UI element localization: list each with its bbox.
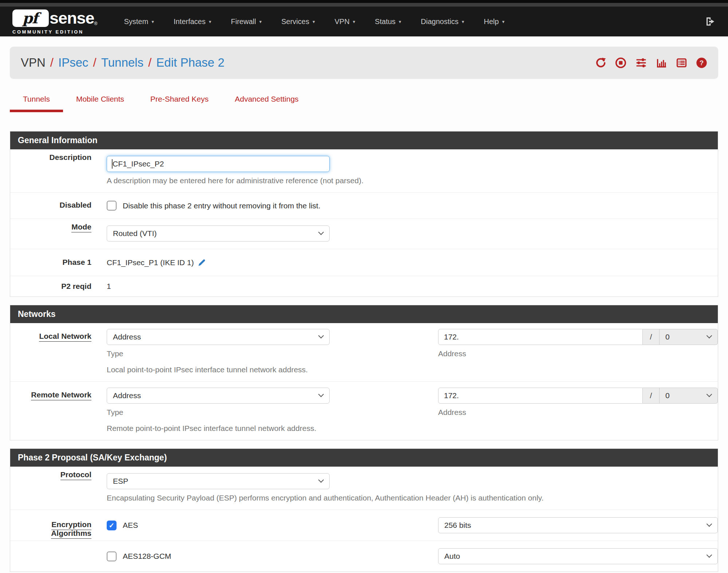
protocol-label: Protocol <box>60 470 91 480</box>
encryption-algorithms-label: Encryption Algorithms <box>51 520 91 539</box>
chevron-down-icon <box>318 333 324 339</box>
row-phase1: Phase 1 CF1_IPsec_P1 (IKE ID 1) <box>10 249 718 276</box>
aes128-gcm-checkbox[interactable] <box>107 552 117 561</box>
row-encryption-aes128gcm: AES128-GCM Auto <box>10 541 718 572</box>
breadcrumb: VPN / IPsec / Tunnels / Edit Phase 2 <box>21 56 224 70</box>
pf-logo-text: pf <box>22 9 39 27</box>
page-tabs: Tunnels Mobile Clients Pre-Shared Keys A… <box>10 95 718 112</box>
refresh-icon[interactable] <box>595 57 606 68</box>
chevron-down-icon <box>318 392 324 397</box>
nav-item-services[interactable]: Services▾ <box>271 17 324 26</box>
nav-item-system[interactable]: System▾ <box>114 17 164 26</box>
registered-mark: ® <box>94 21 98 26</box>
remote-address-input[interactable] <box>438 388 643 404</box>
panel-phase2-proposal: Phase 2 Proposal (SA/Key Exchange) Proto… <box>10 448 718 572</box>
chevron-down-icon <box>707 392 712 397</box>
breadcrumb-tunnels[interactable]: Tunnels <box>101 56 143 70</box>
nav-item-vpn[interactable]: VPN▾ <box>325 17 365 26</box>
local-network-type-select[interactable]: Address <box>107 329 330 345</box>
sense-logo-text: sense <box>50 9 94 28</box>
main-navbar: pf sense ® COMMUNITY EDITION System▾ Int… <box>0 7 728 36</box>
nav-item-help[interactable]: Help▾ <box>474 17 515 26</box>
remote-network-type-select[interactable]: Address <box>107 388 330 404</box>
status-log-icon[interactable] <box>676 57 687 68</box>
row-remote-network: Remote Network Address Type / 0 <box>10 382 718 440</box>
p2-reqid-value: 1 <box>107 282 718 291</box>
panel-general-information: General Information Description A descri… <box>10 131 718 297</box>
tab-pre-shared-keys[interactable]: Pre-Shared Keys <box>137 95 222 112</box>
remote-network-description: Remote point-to-point IPsec interface tu… <box>107 424 718 433</box>
chevron-down-icon: ▾ <box>399 19 401 24</box>
local-network-label: Local Network <box>39 332 91 342</box>
description-input[interactable] <box>107 156 330 172</box>
row-description: Description A description may be entered… <box>10 149 718 193</box>
nav-item-diagnostics[interactable]: Diagnostics▾ <box>411 17 474 26</box>
row-p2-reqid: P2 reqid 1 <box>10 276 718 297</box>
phase1-label: Phase 1 <box>10 249 107 267</box>
panel-title: Phase 2 Proposal (SA/Key Exchange) <box>10 449 718 467</box>
remote-mask-select[interactable]: 0 <box>660 388 718 404</box>
tab-tunnels[interactable]: Tunnels <box>10 95 63 112</box>
chevron-down-icon <box>707 333 712 339</box>
local-type-help: Type <box>107 349 330 358</box>
chevron-down-icon <box>318 229 324 235</box>
chevron-down-icon: ▾ <box>462 19 464 24</box>
mode-label: Mode <box>71 223 91 232</box>
protocol-select[interactable]: ESP <box>107 473 330 489</box>
chevron-down-icon <box>318 477 324 483</box>
nav-item-status[interactable]: Status▾ <box>365 17 411 26</box>
local-mask-select[interactable]: 0 <box>660 329 718 345</box>
description-label: Description <box>10 149 107 162</box>
row-disabled: Disabled Disable this phase 2 entry with… <box>10 193 718 219</box>
pfsense-logo[interactable]: pf sense ® COMMUNITY EDITION <box>12 9 97 35</box>
local-address-input[interactable] <box>438 329 643 345</box>
address-mask-separator: / <box>643 388 660 404</box>
community-edition-label: COMMUNITY EDITION <box>12 29 97 35</box>
aes-checkbox[interactable]: ✓ <box>107 521 117 530</box>
panel-title: General Information <box>10 132 718 149</box>
window-chrome-strip <box>0 0 728 7</box>
page-action-icons: ? <box>595 57 707 68</box>
breadcrumb-ipsec[interactable]: IPsec <box>58 56 88 70</box>
nav-item-firewall[interactable]: Firewall▾ <box>221 17 271 26</box>
protocol-help: Encapsulating Security Payload (ESP) per… <box>107 494 718 502</box>
panel-networks: Networks Local Network Address Type / <box>10 305 718 440</box>
panel-title: Networks <box>10 305 718 323</box>
sign-out-icon[interactable] <box>705 16 716 27</box>
disabled-checkbox[interactable] <box>107 201 117 211</box>
stop-circle-icon[interactable] <box>615 57 626 68</box>
nav-item-interfaces[interactable]: Interfaces▾ <box>164 17 221 26</box>
chevron-down-icon: ▾ <box>151 19 154 24</box>
description-help: A description may be entered here for ad… <box>107 176 718 185</box>
nav-menu: System▾ Interfaces▾ Firewall▾ Services▾ … <box>114 17 705 26</box>
disabled-checkbox-label: Disable this phase 2 entry without remov… <box>123 201 320 210</box>
aes-keylen-select[interactable]: 256 bits <box>438 517 718 533</box>
breadcrumb-bar: VPN / IPsec / Tunnels / Edit Phase 2 <box>10 47 718 79</box>
row-local-network: Local Network Address Type / 0 <box>10 323 718 382</box>
tab-mobile-clients[interactable]: Mobile Clients <box>63 95 137 112</box>
tab-advanced-settings[interactable]: Advanced Settings <box>222 95 312 112</box>
local-address-help: Address <box>438 349 718 358</box>
chevron-down-icon <box>707 521 712 527</box>
edit-pencil-icon[interactable] <box>197 258 206 267</box>
chevron-down-icon: ▾ <box>502 19 505 24</box>
breadcrumb-vpn: VPN <box>21 56 46 70</box>
help-icon[interactable]: ? <box>696 57 707 68</box>
bar-chart-icon[interactable] <box>656 57 667 68</box>
row-protocol: Protocol ESP Encapsulating Security Payl… <box>10 467 718 510</box>
text-cursor <box>112 159 113 169</box>
row-mode: Mode Routed (VTI) <box>10 219 718 249</box>
local-network-description: Local point-to-point IPsec interface tun… <box>107 365 718 374</box>
pf-logo-badge: pf <box>12 9 49 27</box>
breadcrumb-edit-phase-2[interactable]: Edit Phase 2 <box>156 56 224 70</box>
phase1-value: CF1_IPsec_P1 (IKE ID 1) <box>107 258 194 267</box>
address-mask-separator: / <box>643 329 660 345</box>
remote-type-help: Type <box>107 408 330 417</box>
aes128-gcm-keylen-select[interactable]: Auto <box>438 548 718 564</box>
svg-text:?: ? <box>700 59 704 66</box>
row-encryption-aes: Encryption Algorithms ✓ AES 256 bits <box>10 510 718 541</box>
chevron-down-icon: ▾ <box>312 19 315 24</box>
sliders-icon[interactable] <box>635 57 647 68</box>
remote-network-label: Remote Network <box>31 390 91 400</box>
mode-select[interactable]: Routed (VTI) <box>107 225 330 242</box>
